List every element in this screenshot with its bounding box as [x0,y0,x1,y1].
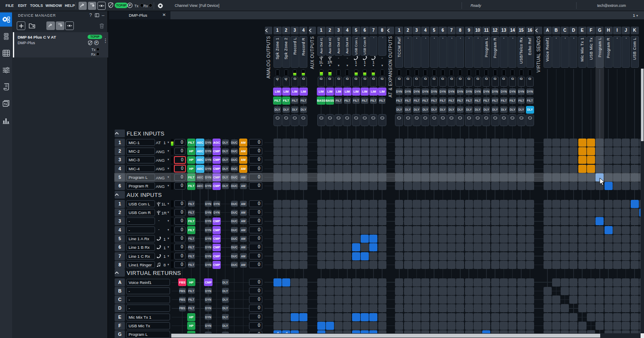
add-device-button[interactable] [17,21,25,30]
input-row-aux-1[interactable]: 1 [115,200,125,208]
output-name-aux-8[interactable]: - [378,36,386,56]
crosspoint-vrF-vsE[interactable] [578,322,586,330]
input-block-vr-B-dyn[interactable]: DYN [205,288,212,294]
input-block-aux-2-filt[interactable]: FILT [188,210,195,216]
input-block-vr-E-dly[interactable]: DLY [222,314,229,320]
input-gain-aux-1[interactable]: 0 [174,200,185,208]
crosspoint-vrE-at3[interactable] [413,313,421,321]
crosspoint-vrC-at10[interactable] [474,296,482,304]
crosspoint-aux4-aux6[interactable] [361,226,369,234]
output-trim-aux-6[interactable] [361,114,369,127]
crosspoint-vrA-at16[interactable] [526,278,534,287]
input-gain-aux-8[interactable]: 0 [174,261,185,269]
crosspoint-aux1-at2[interactable] [404,200,412,208]
input-row-vr-C[interactable]: C [115,296,125,304]
output-fader-aux-7[interactable]: 0 [370,77,377,87]
crosspoint-vrC-at11[interactable] [482,296,490,304]
output-column-at-15[interactable]: 15 [517,27,526,34]
output-block-at-4-dly[interactable]: DLY [422,106,429,113]
output-column-vs-K[interactable]: K [631,27,639,34]
crosspoint-vrC-at6[interactable] [439,296,447,304]
crosspoint-vrB-vsK[interactable] [631,287,639,295]
crosspoint-aux7-vsF[interactable] [587,252,595,260]
output-port-dropdown-aux-4[interactable]: ▼ [343,64,351,67]
crosspoint-vrE-at11[interactable] [482,313,490,321]
crosspoint-aux5-analog2[interactable] [282,235,290,243]
input-block-flex-5-am[interactable]: AM [240,175,247,181]
crosspoint-vrE-at1[interactable] [395,313,403,321]
crosspoint-aux3-vsI[interactable] [613,217,621,225]
horizontal-scrollbar-thumb[interactable] [171,334,600,338]
crosspoint-aux7-analog2[interactable] [282,252,290,260]
crosspoint-vrF-at10[interactable] [474,322,482,330]
crosspoint-flex5-aux2[interactable] [326,173,334,181]
crosspoint-flex6-vsB[interactable] [552,182,560,190]
input-block-vr-F-dly[interactable]: DLY [222,323,229,329]
crosspoint-vrB-vsI[interactable] [613,287,621,295]
crosspoint-aux2-aux8[interactable] [378,208,386,217]
crosspoint-flex6-vsK[interactable] [631,182,639,190]
crosspoint-aux3-aux3[interactable] [334,217,343,225]
output-block-at-2-dyn[interactable]: DYN [404,88,412,95]
crosspoint-vrA-at6[interactable] [439,278,447,287]
crosspoint-vrA-at8[interactable] [456,278,464,287]
crosspoint-aux1-at4[interactable] [421,200,429,208]
crosspoint-aux5-aux6[interactable] [361,235,369,243]
crosspoint-flex3-aux1[interactable] [317,156,325,164]
output-fader-at-11[interactable]: 0 [483,77,490,87]
output-column-vs-B[interactable]: B [552,27,560,34]
output-column-aux-5[interactable]: 5 [352,27,360,34]
sidebar-item-presets[interactable] [0,97,12,111]
crosspoint-aux1-at15[interactable] [517,200,526,208]
crosspoint-aux5-vsC[interactable] [561,235,569,243]
crosspoint-flex1-vsA[interactable] [544,139,552,147]
input-name-vr-C[interactable]: - [126,296,170,303]
crosspoint-flex2-at8[interactable] [456,147,464,155]
input-block-flex-4-aec[interactable]: AEC [196,165,204,173]
output-trim-at-13[interactable] [500,114,508,127]
input-block-vr-A-dyn[interactable]: CMP [204,278,213,287]
crosspoint-vrF-vsA[interactable] [544,322,552,330]
crosspoint-vrB-vsD[interactable] [569,287,577,295]
input-gain-flex-1[interactable]: 0 [174,139,185,146]
output-name-vs-E[interactable]: Mic Mix Tx 1 [578,36,586,68]
output-name-at-10[interactable]: - [474,36,482,68]
output-name-analog-2[interactable]: Spk Zone 2 [282,36,290,68]
crosspoint-vrC-vsF[interactable] [587,296,595,304]
output-block-at-3-filt[interactable]: FILT [413,97,420,104]
crosspoint-aux3-aux6[interactable] [361,217,369,225]
crosspoint-aux8-at1[interactable] [395,261,403,269]
input-block-aux-7-filt[interactable]: FILT [188,253,195,259]
crosspoint-flex5-at3[interactable] [413,173,421,181]
output-name-analog-3[interactable]: Record L [291,36,299,68]
crosspoint-aux8-at9[interactable] [465,261,473,269]
crosspoint-aux3-aux4[interactable] [343,217,351,225]
crosspoint-vrF-vsB[interactable] [552,322,560,330]
input-block-aux-5-am[interactable]: AM [240,236,247,242]
crosspoint-vrC-at9[interactable] [465,296,473,304]
crosspoint-flex1-aux3[interactable] [334,139,343,147]
crosspoint-flex4-vsE[interactable] [578,165,586,173]
crosspoint-aux6-aux1[interactable] [317,243,325,251]
crosspoint-vrB-aux7[interactable] [369,287,377,295]
crosspoint-vrF-at2[interactable] [404,322,412,330]
crosspoint-aux3-at10[interactable] [474,217,482,225]
output-block-at-11-dly[interactable]: DLY [483,106,490,113]
output-fader-analog-4[interactable]: 0 [300,77,307,87]
output-block-at-13-dly[interactable]: DLY [500,106,507,113]
crosspoint-flex2-analog4[interactable] [299,147,307,155]
input-dropdown-aux-5[interactable]: ▼ [167,237,170,240]
crosspoint-flex3-analog2[interactable] [282,156,290,164]
crosspoint-aux1-vsJ[interactable] [622,200,630,208]
crosspoint-flex6-at7[interactable] [447,182,456,190]
crosspoint-aux2-aux6[interactable] [361,208,369,217]
crosspoint-flex2-at9[interactable] [465,147,473,155]
connect-device-button[interactable] [46,21,55,30]
output-block-at-8-filt[interactable]: FILT [457,97,464,104]
input-out-gain-flex-5[interactable]: 0 [249,174,263,181]
output-fader-at-9[interactable]: 0 [465,77,473,87]
crosspoint-flex3-aux8[interactable] [378,156,386,164]
crosspoint-flex3-at1[interactable] [395,156,403,164]
crosspoint-aux7-vsB[interactable] [552,252,560,260]
crosspoint-aux5-at12[interactable] [491,235,499,243]
